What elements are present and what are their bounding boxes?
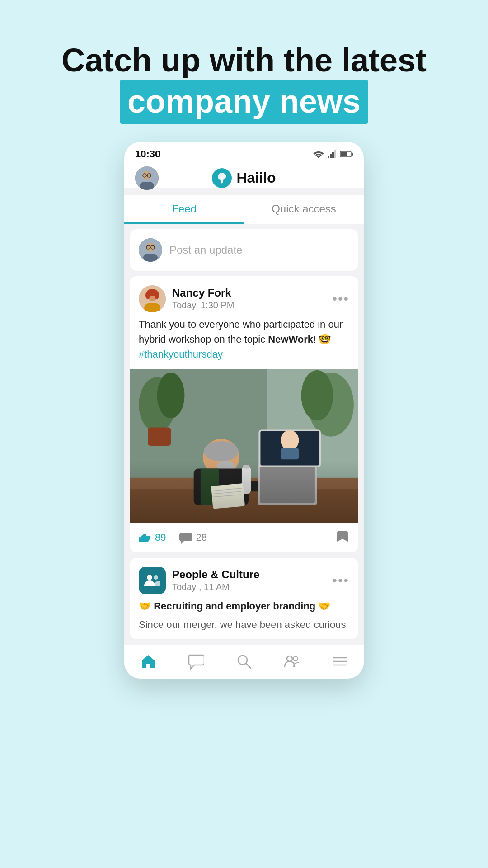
svg-point-37 (204, 441, 239, 462)
card-body-pc: 🤝 Recruiting and employer branding 🤝 Sin… (130, 599, 358, 639)
header-avatar[interactable] (135, 166, 159, 190)
feed-card-nancy: Nancy Fork Today, 1:30 PM ••• Thank you … (130, 276, 358, 552)
home-icon (140, 653, 156, 670)
wifi-icon (313, 150, 324, 158)
svg-point-25 (155, 291, 159, 299)
card-time-nancy: Today, 1:30 PM (172, 300, 234, 311)
nav-search[interactable] (236, 653, 252, 670)
svg-point-46 (281, 430, 299, 451)
status-time: 10:30 (135, 148, 160, 160)
svg-rect-40 (201, 469, 219, 505)
status-bar: 10:30 (124, 142, 364, 164)
svg-rect-41 (230, 481, 272, 491)
menu-icon (332, 653, 348, 670)
card-author-nancy: Nancy Fork (172, 287, 234, 299)
feed-card-pc: People & Culture Today , 11 AM ••• 🤝 Rec… (130, 558, 358, 639)
svg-rect-49 (243, 465, 249, 468)
svg-rect-48 (242, 467, 251, 494)
svg-line-52 (214, 491, 241, 494)
comment-count-nancy: 28 (196, 532, 206, 543)
svg-point-30 (157, 373, 185, 418)
phone-frame: 10:30 (124, 142, 364, 679)
svg-line-58 (246, 664, 251, 668)
svg-rect-39 (194, 469, 249, 505)
card-menu-nancy[interactable]: ••• (332, 291, 349, 307)
svg-line-51 (214, 488, 242, 491)
svg-point-57 (238, 656, 247, 665)
svg-rect-6 (352, 153, 353, 156)
hero-section: Catch up with the latest company news (61, 41, 427, 124)
card-header-left-nancy: Nancy Fork Today, 1:30 PM (139, 285, 234, 312)
tabs-bar: Feed Quick access (124, 195, 364, 224)
svg-point-14 (222, 174, 225, 177)
svg-rect-50 (211, 483, 245, 509)
card-header-left-pc: People & Culture Today , 11 AM (139, 567, 259, 594)
card-body-title-icon-left: 🤝 (139, 600, 154, 612)
people-icon (284, 653, 300, 670)
card-body-nancy: Thank you to everyone who participated i… (130, 317, 358, 369)
svg-rect-26 (144, 303, 160, 312)
svg-rect-0 (328, 156, 329, 158)
bookmark-button-nancy[interactable] (336, 530, 349, 545)
svg-rect-3 (334, 150, 336, 158)
app-logo-icon (212, 168, 232, 188)
svg-rect-5 (341, 152, 347, 156)
card-author-pc: People & Culture (172, 568, 259, 581)
nav-home[interactable] (140, 653, 156, 670)
comment-button-nancy[interactable]: 28 (179, 531, 206, 544)
svg-line-53 (213, 495, 241, 497)
nav-chat[interactable] (188, 653, 204, 670)
svg-rect-17 (143, 254, 158, 262)
post-update-placeholder: Post an update (169, 244, 242, 256)
card-time-pc: Today , 11 AM (172, 582, 259, 592)
card-hashtag-nancy[interactable]: #thankyouthursday (139, 349, 223, 360)
svg-rect-1 (330, 154, 332, 158)
signal-icon (328, 150, 337, 158)
hero-highlight: company news (120, 80, 368, 124)
card-body-preview-pc: Since our merger, we have been asked cur… (139, 617, 349, 632)
card-header-nancy: Nancy Fork Today, 1:30 PM ••• (130, 276, 358, 317)
svg-rect-35 (130, 489, 358, 523)
nav-people[interactable] (284, 653, 300, 670)
photo-simulation (130, 369, 358, 523)
app-logo: Haiilo (212, 168, 276, 188)
chat-icon (188, 653, 204, 670)
svg-point-38 (216, 461, 235, 472)
svg-point-24 (145, 291, 150, 299)
svg-point-60 (293, 656, 298, 661)
svg-point-33 (301, 370, 333, 420)
app-header: Haiilo (124, 164, 364, 188)
post-avatar (139, 238, 162, 262)
card-meta-pc: People & Culture Today , 11 AM (172, 568, 259, 592)
card-body-emoji-nancy: ! 🤓 (313, 334, 331, 345)
post-update-box[interactable]: Post an update (130, 229, 358, 271)
svg-rect-42 (258, 464, 317, 505)
svg-point-55 (147, 575, 152, 580)
like-count-nancy: 89 (155, 532, 166, 543)
status-icons (313, 150, 353, 158)
nav-menu[interactable] (332, 653, 348, 670)
svg-rect-9 (140, 182, 154, 190)
card-body-title-pc: Recruiting and employer branding (154, 600, 315, 612)
app-logo-text: Haiilo (236, 170, 276, 186)
tab-feed[interactable]: Feed (124, 195, 244, 224)
card-body-bold-nancy: NewWork (268, 334, 313, 345)
bottom-nav (124, 645, 364, 679)
card-image-nancy (130, 369, 358, 523)
card-meta-nancy: Nancy Fork Today, 1:30 PM (172, 287, 234, 311)
card-menu-pc[interactable]: ••• (332, 573, 349, 588)
feed-content: Post an update (124, 224, 364, 645)
card-body-title-icon-right: 🤝 (315, 600, 330, 612)
svg-rect-54 (139, 537, 141, 542)
card-header-pc: People & Culture Today , 11 AM ••• (130, 558, 358, 599)
search-icon (236, 653, 252, 670)
svg-rect-47 (281, 448, 299, 459)
svg-point-56 (154, 575, 158, 580)
svg-rect-34 (130, 478, 358, 491)
tab-quick-access[interactable]: Quick access (244, 195, 364, 224)
card-avatar-pc (139, 567, 166, 594)
card-avatar-nancy (139, 285, 166, 312)
like-button-nancy[interactable]: 89 (139, 531, 166, 544)
svg-point-59 (287, 656, 292, 661)
svg-rect-2 (332, 152, 334, 158)
